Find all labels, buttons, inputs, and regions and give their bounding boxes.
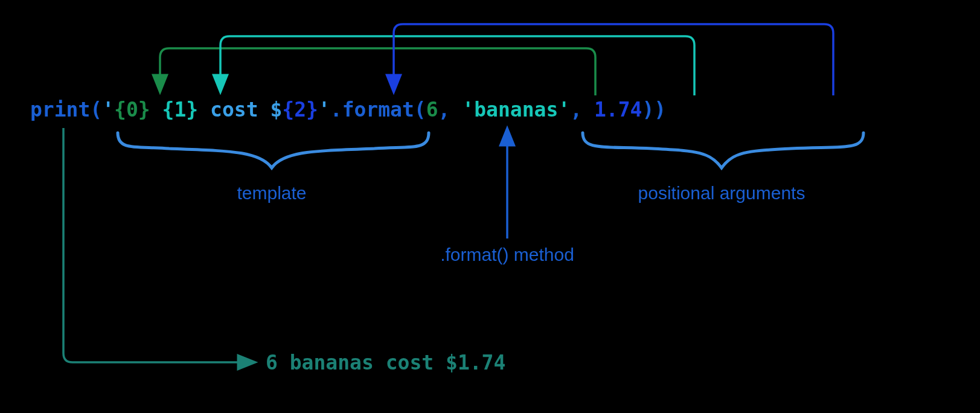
label-args: positional arguments [638, 183, 805, 203]
label-method: .format() method [440, 245, 574, 264]
token-lparen: ( [90, 98, 102, 121]
brace-template: template [118, 133, 429, 203]
arrow-arg2-to-placeholder2 [394, 24, 833, 95]
label-template: template [237, 183, 306, 203]
token-brace2: {2} [282, 98, 318, 121]
token-rparen: ) [654, 98, 666, 121]
token-mid: cost $ [198, 98, 282, 121]
output-arrow: 6 bananas cost $1.74 [63, 128, 505, 374]
token-dot: . [330, 98, 342, 121]
token-format: format [342, 98, 414, 121]
token-arg2: 1.74 [594, 98, 642, 121]
token-q2: ' [318, 98, 330, 121]
token-q1: ' [102, 98, 114, 121]
token-sp1 [150, 98, 162, 121]
brace-args: positional arguments [583, 133, 863, 203]
token-brace0: {0} [114, 98, 150, 121]
output-text: 6 bananas cost $1.74 [266, 351, 505, 374]
token-arg0: 6 [426, 98, 438, 121]
token-arg1: 'bananas' [462, 98, 570, 121]
token-print: print [30, 98, 90, 121]
arrow-arg1-to-placeholder1 [220, 36, 694, 95]
token-comma2: , [570, 98, 594, 121]
code-line: print('{0} {1} cost ${2}'.format(6, 'ban… [30, 98, 666, 121]
token-rparen2: ) [642, 98, 654, 121]
token-lparen2: ( [414, 98, 426, 121]
method-indicator: .format() method [440, 136, 574, 264]
token-comma1: , [438, 98, 463, 121]
arrow-arg0-to-placeholder0 [160, 48, 595, 95]
token-brace1: {1} [162, 98, 199, 121]
mapping-arrows [160, 24, 833, 95]
